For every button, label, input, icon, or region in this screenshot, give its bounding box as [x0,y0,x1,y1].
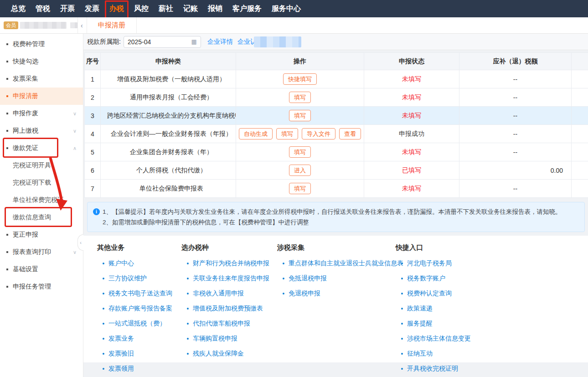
sidebar-item-网上缴税[interactable]: 网上缴税∨ [0,122,83,139]
quick-link-免退税申报[interactable]: 免退税申报 [289,289,320,298]
link-item: 发票业务 [97,331,181,346]
cell-type: 通用申报表月报（工会经费） [101,88,236,107]
quick-link-征纳互动[interactable]: 征纳互动 [407,350,433,358]
link-item: 免抵退税申报 [277,271,396,286]
cell-deadline: 2025-0 [572,125,588,143]
quick-link-发票业务[interactable]: 发票业务 [108,335,134,343]
action-button-填写[interactable]: 填写 [289,92,311,103]
nav-item-管税[interactable]: 管税 [33,0,53,17]
sidebar-item-发票采集[interactable]: 发票采集 [0,70,83,88]
sidebar-item-单位社保费完税证[interactable]: 单位社保费完税证 [0,191,83,209]
calendar-icon[interactable]: ▦ [191,38,197,45]
nav-item-办税[interactable]: 办税 [107,0,127,17]
sidebar-item-申报清册[interactable]: 申报清册 [0,88,83,105]
cell-no: 1 [85,70,101,88]
sidebar-item-基础设置[interactable]: 基础设置 [0,261,83,278]
cell-status: 申报成功 [364,125,459,143]
action-button-导入文件[interactable]: 导入文件 [302,128,335,139]
quick-link-税务数字账户[interactable]: 税务数字账户 [407,274,445,283]
quick-link-账户中心[interactable]: 账户中心 [108,259,134,268]
col-header-操作: 操作 [236,53,364,70]
quick-link-财产和行为税合并纳税申报[interactable]: 财产和行为税合并纳税申报 [193,259,269,268]
sidebar-item-label: 申报作废 [13,109,38,118]
sidebar-collapse-handle[interactable]: ‹ [77,234,83,251]
cell-amount: -- [459,143,572,161]
redacted-company-name [20,22,67,29]
bullet-dot-icon [187,338,189,340]
quick-link-存款账户账号报告备案[interactable]: 存款账户账号报告备案 [108,305,172,313]
cell-deadline: 2025-0 [572,180,588,198]
tab-declaration-list[interactable]: 申报清册 [87,17,137,33]
cell-no: 6 [85,161,101,180]
quick-link-三方协议维护[interactable]: 三方协议维护 [108,274,147,283]
sidebar-item-更正申报[interactable]: 更正申报 [0,226,83,243]
tip-line-1: i 1、【温馨提示】若年度内与关联方发生业务往来，请在年度企业所得税申报时，自行… [93,207,578,217]
cell-amount: 0.00 [459,161,572,180]
action-button-进入[interactable]: 进入 [289,165,311,176]
nav-item-总览[interactable]: 总览 [8,0,28,17]
sidebar-item-报表查询打印[interactable]: 报表查询打印∨ [0,243,83,261]
quick-link-残疾人就业保障金[interactable]: 残疾人就业保障金 [193,350,244,358]
nav-item-记账[interactable]: 记账 [181,0,201,17]
sidebar-item-快捷勾选[interactable]: 快捷勾选 [0,53,83,70]
company-detail-link[interactable]: 企业详情 [207,38,233,46]
quick-link-服务提醒[interactable]: 服务提醒 [407,320,433,328]
nav-item-客户服务[interactable]: 客户服务 [230,0,264,17]
cell-type: 企业会计准则—一般企业财务报表（年报） [101,125,236,143]
link-section-快捷入口: 快捷入口河北电子税务局税务数字账户税费种认定查询政策速递服务提醒涉税市场主体信息… [396,242,471,362]
sub-bar: 会员 ‹ 申报清册 [0,17,588,34]
cell-status: 已填写 [364,161,459,180]
quick-link-政策速递[interactable]: 政策速递 [407,305,433,313]
quick-link-开具税收完税证明[interactable]: 开具税收完税证明 [407,365,458,373]
quick-link-车辆购置税申报[interactable]: 车辆购置税申报 [193,335,237,343]
quick-link-发票领用[interactable]: 发票领用 [108,365,134,373]
quick-link-非税收入通用申报[interactable]: 非税收入通用申报 [193,289,244,298]
quick-link-发票验旧[interactable]: 发票验旧 [108,350,134,358]
quick-link-免抵退税申报[interactable]: 免抵退税申报 [289,274,327,283]
nav-item-开票[interactable]: 开票 [57,0,77,17]
quick-link-河北电子税务局[interactable]: 河北电子税务局 [407,259,452,268]
action-button-填写[interactable]: 填写 [289,110,311,121]
quick-link-税费种认定查询[interactable]: 税费种认定查询 [407,289,452,298]
quick-link-一站式退抵税（费）[interactable]: 一站式退抵税（费） [108,320,166,328]
period-date-input[interactable]: 2025-04 ▦ [124,36,201,48]
quick-link-税务文书电子送达查询[interactable]: 税务文书电子送达查询 [108,289,172,298]
sidebar-item-完税证明下载[interactable]: 完税证明下载 [0,174,83,191]
action-button-快捷填写[interactable]: 快捷填写 [283,73,317,85]
col-header-申报状态: 申报状态 [364,53,459,70]
sidebar-item-缴款凭证[interactable]: 缴款凭证∧ [0,139,83,157]
nav-item-报销[interactable]: 报销 [205,0,225,17]
action-button-自动生成[interactable]: 自动生成 [239,128,273,139]
declaration-table: 序号申报种类操作申报状态应补（退）税额申报期 1增值税及附加税费（一般纳税人适用… [84,52,588,198]
bullet-icon [6,130,8,132]
quick-link-涉税市场主体信息变更[interactable]: 涉税市场主体信息变更 [407,335,471,343]
bullet-dot-icon [401,263,403,264]
link-item: 涉税市场主体信息变更 [396,331,471,346]
sidebar-item-缴款信息查询[interactable]: 缴款信息查询 [0,209,83,226]
sidebar-item-label: 发票采集 [13,75,38,83]
link-section-title: 快捷入口 [396,242,471,253]
nav-item-风控[interactable]: 风控 [131,0,151,17]
nav-item-薪社[interactable]: 薪社 [156,0,176,17]
sidebar-item-label: 缴款凭证 [13,144,38,152]
action-button-查看[interactable]: 查看 [339,128,361,139]
link-item: 税务文书电子送达查询 [97,286,181,301]
nav-item-发票[interactable]: 发票 [82,0,102,17]
quick-link-关联业务往来年度报告申报[interactable]: 关联业务往来年度报告申报 [193,274,269,283]
quick-link-重点群体和自主就业退役士兵就业信息表[interactable]: 重点群体和自主就业退役士兵就业信息表 [289,259,403,268]
sidebar-item-完税证明开具[interactable]: 完税证明开具 [0,157,83,174]
tab-scroll-left-icon[interactable]: ‹ [78,22,87,29]
quick-link-代扣代缴车船税申报[interactable]: 代扣代缴车船税申报 [193,320,250,328]
quick-link-增值税及附加税费预缴表[interactable]: 增值税及附加税费预缴表 [193,305,263,313]
action-button-填写[interactable]: 填写 [289,183,311,194]
sidebar-item-申报任务管理[interactable]: 申报任务管理 [0,278,83,295]
bullet-dot-icon [283,263,284,264]
action-button-填写[interactable]: 填写 [289,146,311,158]
cell-no: 3 [85,107,101,125]
action-button-填写[interactable]: 填写 [276,128,298,139]
cell-type: 跨地区经营汇总纳税企业的分支机构年度纳税申... [101,107,236,125]
sidebar-item-税费种管理[interactable]: 税费种管理 [0,36,83,53]
sidebar-item-申报作废[interactable]: 申报作废∨ [0,105,83,122]
sidebar-item-label: 网上缴税 [13,127,38,135]
nav-item-服务中心[interactable]: 服务中心 [269,0,304,17]
